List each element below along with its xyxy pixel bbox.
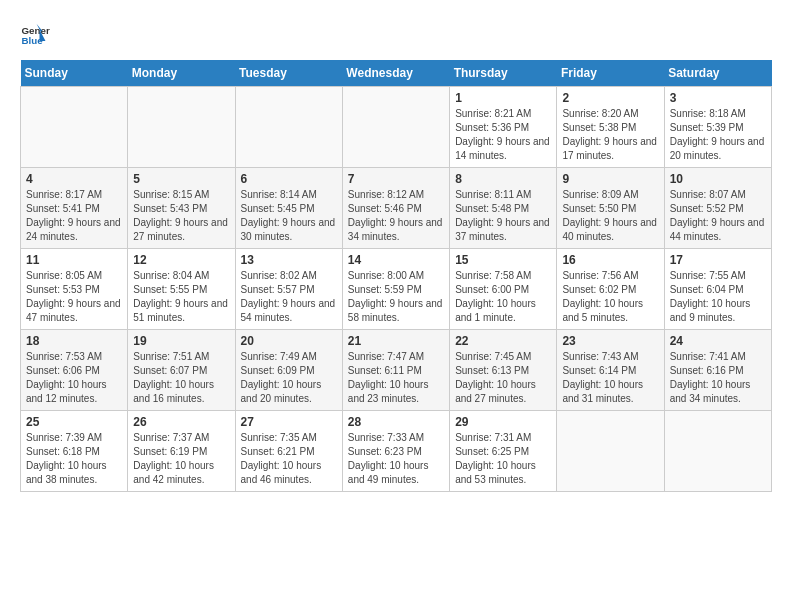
calendar-cell: 10Sunrise: 8:07 AM Sunset: 5:52 PM Dayli… — [664, 168, 771, 249]
day-info: Sunrise: 7:56 AM Sunset: 6:02 PM Dayligh… — [562, 269, 658, 325]
calendar-cell: 3Sunrise: 8:18 AM Sunset: 5:39 PM Daylig… — [664, 87, 771, 168]
day-number: 3 — [670, 91, 766, 105]
day-number: 28 — [348, 415, 444, 429]
day-info: Sunrise: 8:09 AM Sunset: 5:50 PM Dayligh… — [562, 188, 658, 244]
day-info: Sunrise: 8:15 AM Sunset: 5:43 PM Dayligh… — [133, 188, 229, 244]
day-info: Sunrise: 7:45 AM Sunset: 6:13 PM Dayligh… — [455, 350, 551, 406]
calendar-cell: 12Sunrise: 8:04 AM Sunset: 5:55 PM Dayli… — [128, 249, 235, 330]
calendar-cell — [21, 87, 128, 168]
calendar-cell: 15Sunrise: 7:58 AM Sunset: 6:00 PM Dayli… — [450, 249, 557, 330]
calendar-cell: 16Sunrise: 7:56 AM Sunset: 6:02 PM Dayli… — [557, 249, 664, 330]
day-number: 10 — [670, 172, 766, 186]
calendar-cell: 19Sunrise: 7:51 AM Sunset: 6:07 PM Dayli… — [128, 330, 235, 411]
header-sunday: Sunday — [21, 60, 128, 87]
day-info: Sunrise: 7:58 AM Sunset: 6:00 PM Dayligh… — [455, 269, 551, 325]
day-number: 9 — [562, 172, 658, 186]
day-info: Sunrise: 8:11 AM Sunset: 5:48 PM Dayligh… — [455, 188, 551, 244]
day-number: 8 — [455, 172, 551, 186]
day-number: 26 — [133, 415, 229, 429]
calendar-week-row: 4Sunrise: 8:17 AM Sunset: 5:41 PM Daylig… — [21, 168, 772, 249]
day-number: 18 — [26, 334, 122, 348]
header-wednesday: Wednesday — [342, 60, 449, 87]
day-number: 7 — [348, 172, 444, 186]
day-number: 27 — [241, 415, 337, 429]
calendar-cell: 2Sunrise: 8:20 AM Sunset: 5:38 PM Daylig… — [557, 87, 664, 168]
calendar-cell: 24Sunrise: 7:41 AM Sunset: 6:16 PM Dayli… — [664, 330, 771, 411]
calendar-cell — [342, 87, 449, 168]
day-info: Sunrise: 8:21 AM Sunset: 5:36 PM Dayligh… — [455, 107, 551, 163]
day-info: Sunrise: 8:17 AM Sunset: 5:41 PM Dayligh… — [26, 188, 122, 244]
day-info: Sunrise: 7:41 AM Sunset: 6:16 PM Dayligh… — [670, 350, 766, 406]
calendar-cell — [664, 411, 771, 492]
calendar-cell: 23Sunrise: 7:43 AM Sunset: 6:14 PM Dayli… — [557, 330, 664, 411]
day-number: 5 — [133, 172, 229, 186]
header-saturday: Saturday — [664, 60, 771, 87]
day-number: 22 — [455, 334, 551, 348]
calendar-header-row: SundayMondayTuesdayWednesdayThursdayFrid… — [21, 60, 772, 87]
day-info: Sunrise: 7:31 AM Sunset: 6:25 PM Dayligh… — [455, 431, 551, 487]
calendar-cell: 28Sunrise: 7:33 AM Sunset: 6:23 PM Dayli… — [342, 411, 449, 492]
day-info: Sunrise: 8:00 AM Sunset: 5:59 PM Dayligh… — [348, 269, 444, 325]
header-tuesday: Tuesday — [235, 60, 342, 87]
day-number: 16 — [562, 253, 658, 267]
day-number: 21 — [348, 334, 444, 348]
calendar-week-row: 25Sunrise: 7:39 AM Sunset: 6:18 PM Dayli… — [21, 411, 772, 492]
generalblue-logo-icon: General Blue — [20, 20, 50, 50]
calendar-cell — [128, 87, 235, 168]
calendar-cell: 17Sunrise: 7:55 AM Sunset: 6:04 PM Dayli… — [664, 249, 771, 330]
calendar-cell: 29Sunrise: 7:31 AM Sunset: 6:25 PM Dayli… — [450, 411, 557, 492]
day-info: Sunrise: 7:37 AM Sunset: 6:19 PM Dayligh… — [133, 431, 229, 487]
calendar-cell: 5Sunrise: 8:15 AM Sunset: 5:43 PM Daylig… — [128, 168, 235, 249]
day-info: Sunrise: 8:14 AM Sunset: 5:45 PM Dayligh… — [241, 188, 337, 244]
calendar-cell: 4Sunrise: 8:17 AM Sunset: 5:41 PM Daylig… — [21, 168, 128, 249]
day-info: Sunrise: 7:49 AM Sunset: 6:09 PM Dayligh… — [241, 350, 337, 406]
header: General Blue — [20, 20, 772, 50]
calendar-cell: 26Sunrise: 7:37 AM Sunset: 6:19 PM Dayli… — [128, 411, 235, 492]
calendar-week-row: 11Sunrise: 8:05 AM Sunset: 5:53 PM Dayli… — [21, 249, 772, 330]
day-number: 17 — [670, 253, 766, 267]
day-info: Sunrise: 8:05 AM Sunset: 5:53 PM Dayligh… — [26, 269, 122, 325]
day-number: 24 — [670, 334, 766, 348]
day-info: Sunrise: 7:51 AM Sunset: 6:07 PM Dayligh… — [133, 350, 229, 406]
calendar-cell: 1Sunrise: 8:21 AM Sunset: 5:36 PM Daylig… — [450, 87, 557, 168]
calendar-cell: 13Sunrise: 8:02 AM Sunset: 5:57 PM Dayli… — [235, 249, 342, 330]
logo: General Blue — [20, 20, 50, 50]
calendar-cell: 11Sunrise: 8:05 AM Sunset: 5:53 PM Dayli… — [21, 249, 128, 330]
day-number: 25 — [26, 415, 122, 429]
day-number: 15 — [455, 253, 551, 267]
calendar-cell: 21Sunrise: 7:47 AM Sunset: 6:11 PM Dayli… — [342, 330, 449, 411]
calendar-cell: 22Sunrise: 7:45 AM Sunset: 6:13 PM Dayli… — [450, 330, 557, 411]
calendar-cell — [557, 411, 664, 492]
day-number: 23 — [562, 334, 658, 348]
day-number: 29 — [455, 415, 551, 429]
day-number: 20 — [241, 334, 337, 348]
day-info: Sunrise: 8:18 AM Sunset: 5:39 PM Dayligh… — [670, 107, 766, 163]
calendar-cell: 14Sunrise: 8:00 AM Sunset: 5:59 PM Dayli… — [342, 249, 449, 330]
day-info: Sunrise: 8:12 AM Sunset: 5:46 PM Dayligh… — [348, 188, 444, 244]
day-info: Sunrise: 8:02 AM Sunset: 5:57 PM Dayligh… — [241, 269, 337, 325]
calendar-cell: 18Sunrise: 7:53 AM Sunset: 6:06 PM Dayli… — [21, 330, 128, 411]
calendar-cell: 8Sunrise: 8:11 AM Sunset: 5:48 PM Daylig… — [450, 168, 557, 249]
day-number: 19 — [133, 334, 229, 348]
day-number: 12 — [133, 253, 229, 267]
day-info: Sunrise: 7:55 AM Sunset: 6:04 PM Dayligh… — [670, 269, 766, 325]
calendar-table: SundayMondayTuesdayWednesdayThursdayFrid… — [20, 60, 772, 492]
day-number: 4 — [26, 172, 122, 186]
day-info: Sunrise: 8:04 AM Sunset: 5:55 PM Dayligh… — [133, 269, 229, 325]
day-info: Sunrise: 7:47 AM Sunset: 6:11 PM Dayligh… — [348, 350, 444, 406]
calendar-week-row: 1Sunrise: 8:21 AM Sunset: 5:36 PM Daylig… — [21, 87, 772, 168]
header-friday: Friday — [557, 60, 664, 87]
day-info: Sunrise: 8:20 AM Sunset: 5:38 PM Dayligh… — [562, 107, 658, 163]
calendar-cell — [235, 87, 342, 168]
calendar-cell: 6Sunrise: 8:14 AM Sunset: 5:45 PM Daylig… — [235, 168, 342, 249]
calendar-cell: 25Sunrise: 7:39 AM Sunset: 6:18 PM Dayli… — [21, 411, 128, 492]
day-number: 14 — [348, 253, 444, 267]
calendar-cell: 7Sunrise: 8:12 AM Sunset: 5:46 PM Daylig… — [342, 168, 449, 249]
day-info: Sunrise: 7:33 AM Sunset: 6:23 PM Dayligh… — [348, 431, 444, 487]
day-info: Sunrise: 7:39 AM Sunset: 6:18 PM Dayligh… — [26, 431, 122, 487]
calendar-cell: 20Sunrise: 7:49 AM Sunset: 6:09 PM Dayli… — [235, 330, 342, 411]
calendar-week-row: 18Sunrise: 7:53 AM Sunset: 6:06 PM Dayli… — [21, 330, 772, 411]
calendar-cell: 9Sunrise: 8:09 AM Sunset: 5:50 PM Daylig… — [557, 168, 664, 249]
calendar-cell: 27Sunrise: 7:35 AM Sunset: 6:21 PM Dayli… — [235, 411, 342, 492]
day-info: Sunrise: 7:43 AM Sunset: 6:14 PM Dayligh… — [562, 350, 658, 406]
